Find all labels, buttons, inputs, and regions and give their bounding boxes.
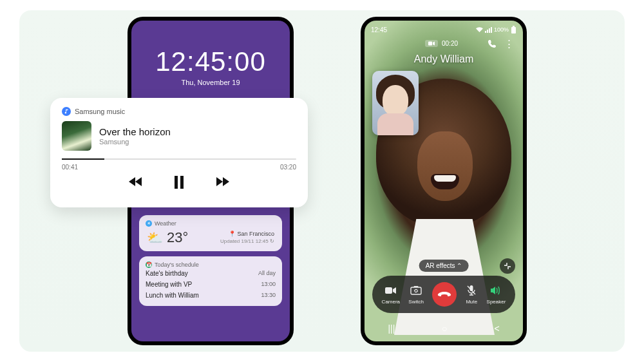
promo-stage: 12:45:00 Thu, November 19 ☀ Weather ⛅ 23…: [19, 10, 625, 352]
self-view-pip[interactable]: [372, 71, 419, 135]
track-title: Over the horizon: [99, 126, 171, 137]
minimize-button[interactable]: [500, 258, 515, 274]
wifi-icon: [476, 27, 483, 33]
progress-fill: [62, 158, 104, 160]
nav-recents[interactable]: |||: [388, 323, 395, 334]
calendar-icon: 📅: [146, 262, 152, 268]
video-icon: [384, 284, 397, 297]
caller-name: Andy William: [414, 53, 473, 65]
next-button[interactable]: [214, 176, 231, 189]
add-call-icon[interactable]: [488, 39, 497, 48]
weather-temp: 23°: [167, 229, 188, 246]
schedule-item[interactable]: Meeting with VP 13:00: [146, 279, 276, 290]
call-header: 00:20 ⋮ Andy William: [365, 39, 523, 65]
speaker-button[interactable]: Speaker: [487, 284, 506, 305]
end-call-button[interactable]: [432, 282, 457, 307]
ar-effects-button[interactable]: AR effects ⌃: [419, 260, 469, 272]
weather-location: 📍 San Francisco: [220, 231, 274, 238]
call-duration: 00:20: [442, 40, 458, 47]
signal-icon: [485, 27, 492, 33]
svg-rect-3: [513, 26, 515, 27]
android-nav-bar: ||| ○ <: [365, 321, 523, 336]
pause-button[interactable]: [174, 176, 184, 189]
call-controls: Camera Switch Mute: [372, 276, 515, 313]
schedule-widget[interactable]: 📅 Today's schedule Kate's birthday All d…: [139, 256, 282, 306]
track-artist: Samsung: [99, 138, 171, 146]
schedule-header: 📅 Today's schedule: [146, 262, 276, 268]
switch-camera-icon: [410, 284, 422, 297]
status-time: 12:45: [371, 26, 387, 33]
album-art[interactable]: [62, 121, 91, 151]
weather-widget[interactable]: ☀ Weather ⛅ 23° 📍 San Francisco Updated …: [139, 215, 282, 251]
speaker-icon: [489, 284, 502, 297]
schedule-item[interactable]: Kate's birthday All day: [146, 268, 276, 279]
progress-bar[interactable]: [62, 158, 296, 160]
clock: 12:45:00 Thu, November 19: [155, 46, 266, 86]
status-bar: 12:45 100%: [371, 24, 516, 35]
video-call-screen: 12:45 100%: [365, 21, 523, 341]
camera-button[interactable]: Camera: [382, 284, 400, 305]
sun-cloud-icon: ⛅: [147, 230, 163, 245]
nav-home[interactable]: ○: [442, 323, 447, 334]
music-notification[interactable]: Samsung music Over the horizon Samsung 0…: [50, 98, 308, 207]
clock-time: 12:45:00: [155, 46, 266, 77]
mic-off-icon: [465, 284, 478, 297]
svg-rect-0: [175, 176, 178, 189]
clock-date: Thu, November 19: [155, 79, 266, 86]
music-app-name: Samsung music: [75, 108, 125, 115]
time-total: 03:20: [280, 164, 296, 171]
weather-header: ☀ Weather: [146, 220, 276, 227]
phone-videocall-mockup: 12:45 100%: [361, 17, 527, 345]
weather-icon: ☀: [146, 220, 152, 227]
music-app-icon: [62, 107, 71, 116]
weather-header-label: Weather: [155, 220, 176, 227]
battery-text: 100%: [494, 26, 509, 33]
svg-rect-2: [511, 27, 516, 33]
more-icon[interactable]: ⋮: [504, 39, 514, 48]
prev-button[interactable]: [128, 176, 144, 189]
schedule-header-label: Today's schedule: [155, 262, 199, 268]
switch-camera-button[interactable]: Switch: [408, 284, 424, 305]
nav-back[interactable]: <: [494, 323, 499, 334]
battery-icon: [511, 26, 516, 33]
svg-rect-6: [411, 287, 421, 294]
weather-updated: Updated 19/11 12:45 ↻: [220, 238, 274, 245]
svg-rect-1: [180, 176, 184, 189]
svg-rect-4: [428, 42, 432, 46]
time-elapsed: 00:41: [62, 164, 78, 171]
schedule-item[interactable]: Lunch with William 13:30: [146, 290, 276, 301]
svg-rect-5: [385, 287, 392, 294]
record-indicator: [425, 40, 438, 47]
mute-button[interactable]: Mute: [465, 284, 478, 305]
